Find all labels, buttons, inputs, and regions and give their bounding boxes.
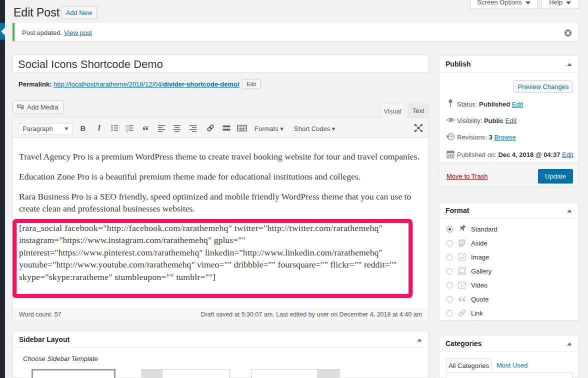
svg-text:3: 3 <box>126 130 128 133</box>
